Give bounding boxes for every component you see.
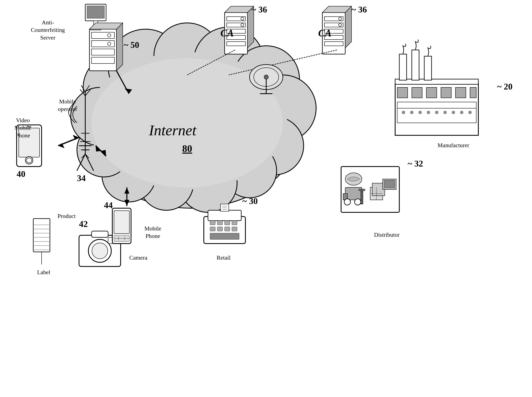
mobile-phone-ref: 44 xyxy=(104,200,113,210)
svg-rect-80 xyxy=(210,221,215,225)
server-ref: ~ 50 xyxy=(124,40,139,50)
retail-icon xyxy=(204,204,245,244)
internet-label: Internet xyxy=(149,122,197,139)
svg-rect-109 xyxy=(395,79,478,84)
diagram-container: Internet 80 ~ 50 xyxy=(0,0,532,397)
svg-rect-83 xyxy=(232,221,237,225)
svg-rect-113 xyxy=(397,87,408,98)
manufacturer-label: Manufacturer xyxy=(426,142,480,149)
svg-point-97 xyxy=(355,199,361,205)
svg-rect-105 xyxy=(384,180,394,188)
svg-rect-82 xyxy=(225,221,230,225)
svg-rect-117 xyxy=(455,87,466,98)
svg-rect-114 xyxy=(412,87,422,98)
svg-marker-27 xyxy=(116,23,123,71)
distributor-label: Distributor xyxy=(366,231,408,239)
mobile-operator-label: Mobileoperator xyxy=(47,98,88,113)
svg-rect-116 xyxy=(441,87,451,98)
mobile-operator-ref: 34 xyxy=(77,174,86,183)
svg-point-125 xyxy=(443,111,447,114)
label-label: Label xyxy=(33,269,54,276)
svg-point-53 xyxy=(27,158,32,163)
manufacturer-ref: ~ 20 xyxy=(497,82,513,91)
svg-rect-84 xyxy=(210,227,215,231)
svg-rect-115 xyxy=(426,87,437,98)
svg-point-120 xyxy=(402,111,405,114)
svg-rect-85 xyxy=(217,227,223,231)
svg-point-128 xyxy=(468,111,472,114)
video-mobile-phone-label: VideoMobilePhone xyxy=(6,117,40,139)
mobile-phone-label: MobilePhone xyxy=(138,225,167,240)
product-icon xyxy=(33,219,50,264)
manufacturer-icon xyxy=(395,40,478,135)
svg-rect-99 xyxy=(359,189,365,191)
ca1-ref: ~ 36 xyxy=(252,5,267,14)
svg-rect-111 xyxy=(412,50,419,80)
svg-rect-86 xyxy=(225,227,230,231)
svg-rect-81 xyxy=(217,221,223,225)
svg-rect-112 xyxy=(424,56,432,80)
camera-label: Camera xyxy=(126,254,151,261)
retail-label: Retail xyxy=(210,254,237,261)
svg-point-126 xyxy=(452,111,455,114)
svg-rect-55 xyxy=(33,219,50,252)
svg-marker-77 xyxy=(124,200,129,206)
svg-point-96 xyxy=(344,199,351,205)
svg-rect-118 xyxy=(470,87,476,98)
svg-rect-98 xyxy=(361,189,363,204)
retail-ref: ~ 30 xyxy=(242,196,258,206)
camera-ref: 42 xyxy=(79,219,88,229)
svg-rect-24 xyxy=(87,6,104,18)
svg-rect-67 xyxy=(91,231,108,237)
product-label: Product xyxy=(53,212,80,220)
server-icon xyxy=(85,4,123,71)
ca-label-2: CA xyxy=(318,27,332,38)
svg-point-156 xyxy=(264,75,268,79)
svg-rect-79 xyxy=(208,210,241,221)
svg-point-127 xyxy=(460,111,463,114)
distributor-ref: ~ 32 xyxy=(408,159,423,168)
svg-point-122 xyxy=(418,111,422,114)
ca2-ref: ~ 36 xyxy=(351,5,367,14)
server-label: Anti-CounterfeitingServer xyxy=(21,19,75,41)
mobile-phone-icon xyxy=(112,208,131,244)
svg-point-121 xyxy=(410,111,413,114)
svg-rect-16 xyxy=(90,29,116,71)
svg-point-123 xyxy=(427,111,430,114)
svg-rect-110 xyxy=(399,54,407,80)
svg-marker-141 xyxy=(345,6,351,48)
svg-rect-70 xyxy=(114,211,129,234)
internet-ref: 80 xyxy=(182,143,192,154)
distributor-icon xyxy=(341,167,399,212)
video-phone-ref: 40 xyxy=(17,169,25,179)
ca-label-1: CA xyxy=(220,27,234,38)
svg-rect-87 xyxy=(232,227,237,231)
svg-point-124 xyxy=(435,111,438,114)
svg-point-66 xyxy=(92,243,108,259)
svg-rect-88 xyxy=(210,233,239,239)
